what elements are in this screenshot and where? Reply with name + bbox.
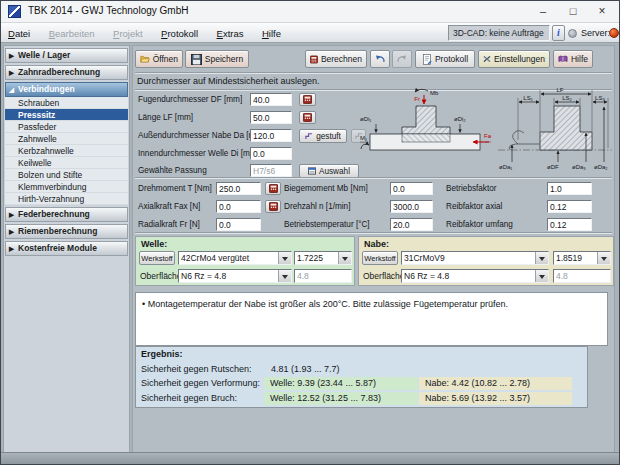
gestuft-button[interactable]: gestuft <box>299 129 347 143</box>
collapse-arrow-icon <box>9 208 18 221</box>
axialkraft-calc-button[interactable] <box>265 200 281 213</box>
result-rutschen-value: 4.81 (1.93 ... 7.7) <box>271 363 340 376</box>
nabe-material-number-combo[interactable]: 1.8519 <box>553 251 611 265</box>
reibfaktor-umfang-input[interactable] <box>547 218 592 231</box>
sidebar-item-passfeder[interactable]: Passfeder <box>5 121 128 133</box>
welle-surface-combo[interactable]: N6 Rz = 4.8 <box>178 269 292 283</box>
sidebar-group-kostenfreie-module[interactable]: Kostenfreie Module <box>5 241 128 256</box>
sidebar-item-klemmverbindung[interactable]: Klemmverbindung <box>5 181 128 193</box>
help-button[interactable]: Hilfe <box>553 50 593 68</box>
biegemoment-input[interactable] <box>390 182 433 195</box>
axialkraft-input[interactable] <box>216 200 261 213</box>
separator <box>135 177 612 179</box>
fugendurchmesser-label: Fugendurchmesser DF [mm] <box>138 93 242 107</box>
undo-button[interactable] <box>370 50 390 68</box>
chevron-down-icon[interactable] <box>535 252 548 264</box>
reibfaktor-axial-input[interactable] <box>547 200 592 213</box>
menu-projekt[interactable]: Projekt <box>106 24 150 43</box>
calculator-icon <box>303 113 312 122</box>
chevron-down-icon[interactable] <box>278 270 291 282</box>
welle-werkstoff-button[interactable]: Werkstoff <box>139 251 175 265</box>
menu-datei[interactable]: Datei <box>1 24 37 43</box>
sidebar-item-keilwelle[interactable]: Keilwelle <box>5 157 128 169</box>
window-title: TBK 2014 - GWJ Technology GmbH <box>28 5 188 16</box>
sidebar-group-zahnradberechnung[interactable]: Zahnradberechnung <box>5 65 128 80</box>
diagram-label-fr: Fr <box>414 96 420 102</box>
minimize-button[interactable]: – <box>528 1 558 22</box>
sidebar-item-zahnwelle[interactable]: Zahnwelle <box>5 133 128 145</box>
nabe-material-combo[interactable]: 31CrMoV9 <box>401 251 549 265</box>
betriebstemperatur-label: Betriebstemperatur [°C] <box>284 218 370 232</box>
sidebar-group-riemenberechnung[interactable]: Riemenberechnung <box>5 224 128 239</box>
sidebar-item-bolzen-und-stifte[interactable]: Bolzen und Stifte <box>5 169 128 181</box>
sidebar-group-federberechnung[interactable]: Federberechnung <box>5 207 128 222</box>
expand-arrow-icon <box>9 83 18 96</box>
calculate-button[interactable]: Berechnen <box>305 50 367 68</box>
close-button[interactable]: × <box>587 1 617 22</box>
welle-roughness-input[interactable] <box>294 269 352 283</box>
innendurchmesser-input[interactable] <box>250 147 292 160</box>
result-bruch-label: Sicherheit gegen Bruch: <box>141 392 237 405</box>
diagram-label-ls1: LS₁ <box>523 95 532 101</box>
chevron-down-icon[interactable] <box>338 252 351 264</box>
chevron-down-icon[interactable] <box>597 252 610 264</box>
laenge-calc-button[interactable] <box>299 111 316 124</box>
cad-status-field: 3D-CAD: keine Aufträge <box>448 25 550 41</box>
drehmoment-label: Drehmoment T [Nm] <box>138 182 212 196</box>
sidebar-group-verbindungen[interactable]: Verbindungen <box>5 82 128 97</box>
book-icon <box>558 54 568 64</box>
diagram-label-da3: øDa₃ <box>572 164 586 170</box>
navigation-sidebar: Welle / Lager Zahnradberechnung Verbindu… <box>3 45 130 453</box>
nabe-panel-title: Nabe: <box>364 239 389 249</box>
settings-button[interactable]: Einstellungen <box>478 50 550 68</box>
drehmoment-calc-button[interactable] <box>265 182 281 195</box>
nabe-material-panel: Nabe: Werkstoff 31CrMoV9 1.8519 Oberfläc… <box>358 236 614 286</box>
calculator-icon <box>269 202 278 211</box>
menu-extras[interactable]: Extras <box>210 24 251 43</box>
nabe-surface-combo[interactable]: N6 Rz = 4.8 <box>401 269 549 283</box>
aussendurchmesser-input[interactable] <box>250 129 292 142</box>
auswahl-button[interactable]: Auswahl <box>299 164 359 178</box>
diagram-label-mb: Mb <box>430 90 439 96</box>
redo-button[interactable] <box>392 50 412 68</box>
nabe-roughness-input[interactable] <box>553 269 611 283</box>
drehmoment-input[interactable] <box>216 182 261 195</box>
redo-arrow-icon <box>397 54 407 64</box>
betriebstemperatur-input[interactable] <box>390 218 433 231</box>
info-button[interactable]: i <box>552 25 565 41</box>
drehzahl-input[interactable] <box>390 200 433 213</box>
server-status-indicator-icon <box>609 28 619 38</box>
nabe-werkstoff-button[interactable]: Werkstoff <box>362 251 398 265</box>
sidebar-item-presssitz[interactable]: Presssitz <box>5 109 128 121</box>
menu-hilfe[interactable]: Hilfe <box>255 24 288 43</box>
sidebar-group-welle-lager[interactable]: Welle / Lager <box>5 48 128 63</box>
protocol-button[interactable]: Protokoll <box>415 50 475 68</box>
passung-input[interactable] <box>250 164 292 177</box>
save-button[interactable]: Speichern <box>185 50 249 68</box>
laenge-input[interactable] <box>250 111 292 124</box>
diagram-label-fa: Fa <box>484 133 492 139</box>
fugendurchmesser-calc-button[interactable] <box>299 93 316 106</box>
betriebsfaktor-input[interactable] <box>547 182 592 195</box>
calculator-icon <box>303 95 312 104</box>
diagram-dimensions-figure: LF LS₁ LS₂ LS₃ øDa₁ øDF øDa₃ øDa₂ <box>498 87 612 170</box>
open-button[interactable]: Öffnen <box>135 50 183 68</box>
chevron-down-icon[interactable] <box>535 270 548 282</box>
sidebar-item-hirth-verzahnung[interactable]: Hirth-Verzahnung <box>5 193 128 205</box>
menu-protokoll[interactable]: Protokoll <box>154 24 205 43</box>
radialkraft-input[interactable] <box>216 218 261 231</box>
fugendurchmesser-input[interactable] <box>250 93 292 106</box>
sidebar-item-schrauben[interactable]: Schrauben <box>5 97 128 109</box>
menu-bearbeiten[interactable]: Bearbeiten <box>42 24 102 43</box>
tools-icon <box>483 54 491 64</box>
welle-material-number-combo[interactable]: 1.7225 <box>294 251 352 265</box>
welle-material-combo[interactable]: 42CrMo4 vergütet <box>178 251 292 265</box>
sidebar-item-kerbzahnwelle[interactable]: Kerbzahnwelle <box>5 145 128 157</box>
results-title: Ergebnis: <box>141 349 183 359</box>
drehzahl-label: Drehzahl n [1/min] <box>284 200 350 214</box>
maximize-button[interactable]: □ <box>558 1 588 22</box>
diagram-label-m1: M₁ <box>360 135 367 141</box>
diagram-label-ls3: LS₃ <box>595 95 605 101</box>
warning-message-text: • Montagetemperatur der Nabe ist größer … <box>142 299 508 309</box>
chevron-down-icon[interactable] <box>278 252 291 264</box>
